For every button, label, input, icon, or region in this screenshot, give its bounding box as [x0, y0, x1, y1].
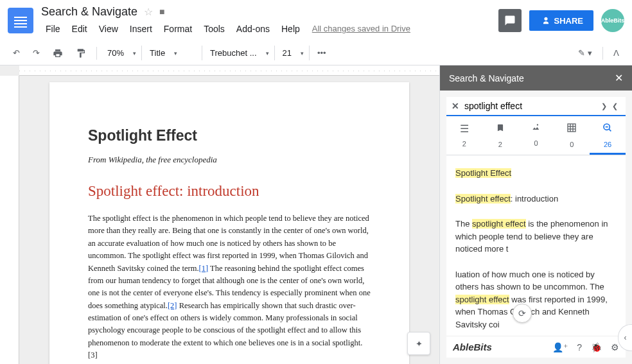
help-icon[interactable]: ?: [577, 342, 582, 352]
text-icon: ☰: [446, 123, 482, 135]
search-result[interactable]: The spotlight effect is the phenomenon i…: [446, 211, 626, 262]
bookmark-icon: [482, 123, 518, 135]
clear-search-icon[interactable]: ✕: [452, 101, 459, 111]
document-scroll[interactable]: Spotlight Effect From Wikipedia, the fre…: [19, 76, 439, 364]
ruler-vertical: [0, 76, 19, 364]
page-subtitle[interactable]: From Wikipedia, the free encyclopedia: [88, 155, 371, 165]
save-status[interactable]: All changes saved in Drive: [312, 24, 410, 33]
ruler-horizontal: [19, 65, 439, 76]
heading-intro[interactable]: Spotlight effect: introduction: [88, 183, 371, 200]
edit-mode-icon[interactable]: ✎ ▾: [573, 44, 597, 62]
sidebar-title: Search & Navigate: [449, 73, 524, 83]
table-icon: [554, 123, 590, 135]
star-icon[interactable]: ☆: [144, 6, 153, 18]
menu-help[interactable]: Help: [277, 21, 304, 37]
account-icon[interactable]: 👤⁺: [552, 342, 568, 352]
search-result[interactable]: Spotlight effect: introduction: [446, 186, 626, 212]
menu-tools[interactable]: Tools: [199, 21, 229, 37]
citation-1[interactable]: [1]: [199, 264, 209, 273]
svg-line-6: [609, 129, 611, 131]
citation-2[interactable]: [2]: [168, 301, 177, 310]
close-icon[interactable]: ✕: [615, 72, 623, 84]
font-select[interactable]: Trebuchet ...: [205, 46, 275, 60]
tab-search[interactable]: 26: [590, 116, 626, 155]
tab-images[interactable]: 0: [518, 116, 554, 155]
folder-icon[interactable]: ■: [159, 6, 164, 17]
more-toolbar-icon[interactable]: •••: [312, 46, 331, 60]
menu-view[interactable]: View: [94, 21, 123, 37]
print-icon[interactable]: [48, 44, 68, 62]
search-results[interactable]: Spotlight Effect Spotlight effect: intro…: [446, 155, 626, 336]
refresh-icon[interactable]: ⟳: [513, 304, 532, 323]
redo-icon[interactable]: ↷: [28, 44, 45, 62]
search-icon: [590, 123, 626, 135]
comments-icon[interactable]: [498, 9, 522, 32]
search-row: ✕ ❯ ❮: [446, 97, 626, 116]
search-result[interactable]: luation of how much one is noticed by ot…: [446, 262, 626, 336]
search-result[interactable]: Spotlight Effect: [446, 160, 626, 186]
paint-format-icon[interactable]: [71, 44, 91, 62]
fontsize-select[interactable]: 21: [277, 46, 310, 60]
menu-addons[interactable]: Add-ons: [232, 21, 274, 37]
docs-logo[interactable]: [8, 8, 33, 33]
menu-file[interactable]: File: [41, 21, 65, 37]
tab-bookmarks[interactable]: 2: [482, 116, 518, 155]
svg-rect-0: [568, 124, 575, 132]
addon-logo[interactable]: AbleBits: [453, 342, 543, 352]
next-result-icon[interactable]: ❯: [599, 102, 610, 110]
style-select[interactable]: Title: [145, 46, 202, 60]
search-input[interactable]: [464, 101, 599, 111]
tab-text[interactable]: ☰2: [446, 116, 482, 155]
document-title[interactable]: Search & Navigate: [41, 5, 137, 19]
zoom-select[interactable]: 70%: [102, 46, 142, 60]
document-pane: Spotlight Effect From Wikipedia, the fre…: [0, 65, 439, 364]
share-label: SHARE: [554, 16, 583, 26]
undo-icon[interactable]: ↶: [8, 44, 25, 62]
prev-result-icon[interactable]: ❮: [610, 102, 620, 110]
body-paragraph[interactable]: The spotlight effect is the phenomenon i…: [88, 212, 371, 362]
tab-tables[interactable]: 0: [554, 116, 590, 155]
account-avatar[interactable]: AbleBits: [601, 9, 624, 32]
settings-icon[interactable]: ⚙: [611, 342, 619, 352]
page-title[interactable]: Spotlight Effect: [88, 127, 371, 144]
menu-format[interactable]: Format: [159, 21, 197, 37]
collapse-toolbar-icon[interactable]: ᐱ: [608, 44, 624, 62]
addon-sidebar: Search & Navigate ✕ ✕ ❯ ❮ ☰2 2 0 0 26 Sp…: [439, 65, 632, 364]
bug-icon[interactable]: 🐞: [591, 342, 602, 352]
menu-edit[interactable]: Edit: [67, 21, 92, 37]
page[interactable]: Spotlight Effect From Wikipedia, the fre…: [49, 82, 409, 364]
menu-insert[interactable]: Insert: [125, 21, 157, 37]
explore-button[interactable]: ✦: [407, 332, 430, 355]
image-icon: [518, 123, 554, 134]
share-button[interactable]: SHARE: [529, 10, 593, 31]
